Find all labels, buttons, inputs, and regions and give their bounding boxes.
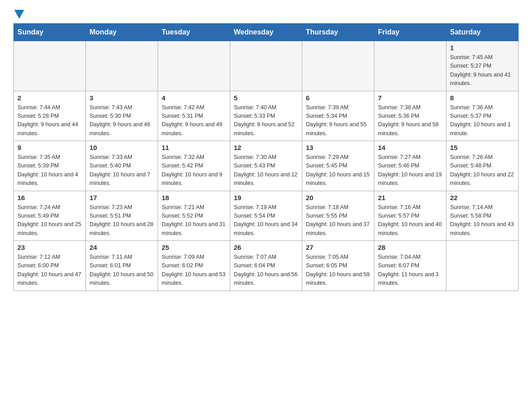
day-info: Sunrise: 7:33 AMSunset: 5:40 PMDaylight:…	[90, 153, 154, 188]
calendar-cell: 12Sunrise: 7:30 AMSunset: 5:43 PMDayligh…	[230, 141, 302, 191]
day-info: Sunrise: 7:05 AMSunset: 6:05 PMDaylight:…	[306, 253, 370, 288]
day-info: Sunrise: 7:26 AMSunset: 5:48 PMDaylight:…	[450, 153, 515, 188]
day-number: 19	[234, 194, 298, 201]
day-info: Sunrise: 7:38 AMSunset: 5:36 PMDaylight:…	[378, 103, 442, 138]
day-number: 7	[378, 94, 442, 102]
day-info: Sunrise: 7:29 AMSunset: 5:45 PMDaylight:…	[306, 153, 370, 188]
calendar-cell: 14Sunrise: 7:27 AMSunset: 5:46 PMDayligh…	[374, 141, 446, 191]
calendar-cell: 4Sunrise: 7:42 AMSunset: 5:31 PMDaylight…	[158, 91, 230, 141]
week-row-4: 23Sunrise: 7:12 AMSunset: 6:00 PMDayligh…	[14, 241, 519, 291]
header-tuesday: Tuesday	[158, 24, 230, 41]
week-row-0: 1Sunrise: 7:45 AMSunset: 5:27 PMDaylight…	[14, 41, 519, 91]
header-saturday: Saturday	[446, 24, 519, 41]
day-info: Sunrise: 7:32 AMSunset: 5:42 PMDaylight:…	[162, 153, 226, 188]
day-number: 10	[90, 144, 154, 151]
calendar-cell	[374, 41, 446, 91]
day-info: Sunrise: 7:09 AMSunset: 6:02 PMDaylight:…	[162, 253, 226, 288]
day-number: 6	[306, 94, 370, 102]
calendar-cell: 2Sunrise: 7:44 AMSunset: 5:28 PMDaylight…	[14, 91, 86, 141]
calendar-table: SundayMondayTuesdayWednesdayThursdayFrid…	[13, 23, 519, 291]
day-number: 2	[17, 94, 82, 102]
calendar-cell: 3Sunrise: 7:43 AMSunset: 5:30 PMDaylight…	[86, 91, 158, 141]
svg-marker-0	[14, 10, 24, 19]
day-number: 22	[450, 194, 515, 201]
day-number: 8	[450, 94, 515, 102]
day-info: Sunrise: 7:19 AMSunset: 5:54 PMDaylight:…	[234, 203, 298, 238]
calendar-cell: 24Sunrise: 7:11 AMSunset: 6:01 PMDayligh…	[86, 241, 158, 291]
day-info: Sunrise: 7:23 AMSunset: 5:51 PMDaylight:…	[90, 203, 154, 238]
page-header	[13, 9, 519, 19]
day-info: Sunrise: 7:45 AMSunset: 5:27 PMDaylight:…	[450, 53, 515, 88]
day-info: Sunrise: 7:35 AMSunset: 5:39 PMDaylight:…	[17, 153, 82, 188]
header-monday: Monday	[86, 24, 158, 41]
header-sunday: Sunday	[14, 24, 86, 41]
calendar-cell: 1Sunrise: 7:45 AMSunset: 5:27 PMDaylight…	[446, 41, 519, 91]
calendar-cell: 27Sunrise: 7:05 AMSunset: 6:05 PMDayligh…	[302, 241, 374, 291]
day-number: 16	[17, 194, 82, 201]
day-info: Sunrise: 7:14 AMSunset: 5:58 PMDaylight:…	[450, 203, 515, 238]
day-info: Sunrise: 7:04 AMSunset: 6:07 PMDaylight:…	[378, 253, 442, 288]
calendar-cell	[158, 41, 230, 91]
week-row-1: 2Sunrise: 7:44 AMSunset: 5:28 PMDaylight…	[14, 91, 519, 141]
calendar-body: 1Sunrise: 7:45 AMSunset: 5:27 PMDaylight…	[14, 41, 519, 291]
day-info: Sunrise: 7:36 AMSunset: 5:37 PMDaylight:…	[450, 103, 515, 138]
day-number: 5	[234, 94, 298, 102]
calendar-cell: 11Sunrise: 7:32 AMSunset: 5:42 PMDayligh…	[158, 141, 230, 191]
day-number: 14	[378, 144, 442, 151]
calendar-cell: 8Sunrise: 7:36 AMSunset: 5:37 PMDaylight…	[446, 91, 519, 141]
day-number: 15	[450, 144, 515, 151]
calendar-cell: 7Sunrise: 7:38 AMSunset: 5:36 PMDaylight…	[374, 91, 446, 141]
day-number: 12	[234, 144, 298, 151]
day-number: 27	[306, 244, 370, 251]
day-number: 25	[162, 244, 226, 251]
day-number: 26	[234, 244, 298, 251]
calendar-cell: 5Sunrise: 7:40 AMSunset: 5:33 PMDaylight…	[230, 91, 302, 141]
day-number: 9	[17, 144, 82, 151]
day-info: Sunrise: 7:16 AMSunset: 5:57 PMDaylight:…	[378, 203, 442, 238]
calendar-cell: 28Sunrise: 7:04 AMSunset: 6:07 PMDayligh…	[374, 241, 446, 291]
day-info: Sunrise: 7:42 AMSunset: 5:31 PMDaylight:…	[162, 103, 226, 138]
header-friday: Friday	[374, 24, 446, 41]
week-row-2: 9Sunrise: 7:35 AMSunset: 5:39 PMDaylight…	[14, 141, 519, 191]
day-info: Sunrise: 7:24 AMSunset: 5:49 PMDaylight:…	[17, 203, 82, 238]
day-number: 13	[306, 144, 370, 151]
day-info: Sunrise: 7:43 AMSunset: 5:30 PMDaylight:…	[90, 103, 154, 138]
day-number: 28	[378, 244, 442, 251]
calendar-cell: 20Sunrise: 7:18 AMSunset: 5:55 PMDayligh…	[302, 191, 374, 241]
day-number: 11	[162, 144, 226, 151]
day-info: Sunrise: 7:21 AMSunset: 5:52 PMDaylight:…	[162, 203, 226, 238]
day-info: Sunrise: 7:27 AMSunset: 5:46 PMDaylight:…	[378, 153, 442, 188]
calendar-cell: 25Sunrise: 7:09 AMSunset: 6:02 PMDayligh…	[158, 241, 230, 291]
day-number: 20	[306, 194, 370, 201]
day-number: 1	[450, 44, 515, 51]
calendar-cell	[230, 41, 302, 91]
calendar-cell: 17Sunrise: 7:23 AMSunset: 5:51 PMDayligh…	[86, 191, 158, 241]
calendar-cell: 16Sunrise: 7:24 AMSunset: 5:49 PMDayligh…	[14, 191, 86, 241]
day-info: Sunrise: 7:40 AMSunset: 5:33 PMDaylight:…	[234, 103, 298, 138]
day-info: Sunrise: 7:18 AMSunset: 5:55 PMDaylight:…	[306, 203, 370, 238]
calendar-cell: 9Sunrise: 7:35 AMSunset: 5:39 PMDaylight…	[14, 141, 86, 191]
day-number: 18	[162, 194, 226, 201]
day-number: 4	[162, 94, 226, 102]
calendar-cell: 23Sunrise: 7:12 AMSunset: 6:00 PMDayligh…	[14, 241, 86, 291]
calendar-cell	[86, 41, 158, 91]
week-row-3: 16Sunrise: 7:24 AMSunset: 5:49 PMDayligh…	[14, 191, 519, 241]
calendar-cell: 22Sunrise: 7:14 AMSunset: 5:58 PMDayligh…	[446, 191, 519, 241]
day-number: 17	[90, 194, 154, 201]
day-info: Sunrise: 7:39 AMSunset: 5:34 PMDaylight:…	[306, 103, 370, 138]
calendar-cell: 6Sunrise: 7:39 AMSunset: 5:34 PMDaylight…	[302, 91, 374, 141]
calendar-cell: 19Sunrise: 7:19 AMSunset: 5:54 PMDayligh…	[230, 191, 302, 241]
day-info: Sunrise: 7:11 AMSunset: 6:01 PMDaylight:…	[90, 253, 154, 288]
day-info: Sunrise: 7:30 AMSunset: 5:43 PMDaylight:…	[234, 153, 298, 188]
header-thursday: Thursday	[302, 24, 374, 41]
header-wednesday: Wednesday	[230, 24, 302, 41]
header-row: SundayMondayTuesdayWednesdayThursdayFrid…	[14, 24, 519, 41]
calendar-cell: 21Sunrise: 7:16 AMSunset: 5:57 PMDayligh…	[374, 191, 446, 241]
calendar-cell: 15Sunrise: 7:26 AMSunset: 5:48 PMDayligh…	[446, 141, 519, 191]
day-number: 21	[378, 194, 442, 201]
calendar-header: SundayMondayTuesdayWednesdayThursdayFrid…	[14, 24, 519, 41]
calendar-cell	[446, 241, 519, 291]
day-number: 24	[90, 244, 154, 251]
calendar-cell: 26Sunrise: 7:07 AMSunset: 6:04 PMDayligh…	[230, 241, 302, 291]
calendar-cell	[14, 41, 86, 91]
